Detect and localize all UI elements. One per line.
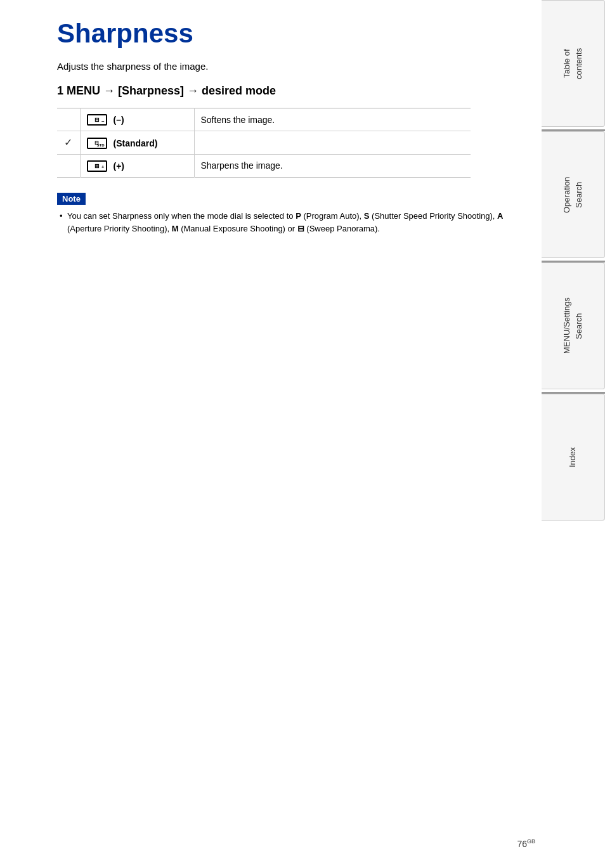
mode-m: M [172, 224, 179, 233]
table-row: ⊞ + (+) Sharpens the image. [57, 154, 471, 177]
desc-cell-plus: Sharpens the image. [194, 154, 471, 177]
table-row: ✓ ⊟ STD (Standard) [57, 131, 471, 155]
mode-p: P [296, 211, 301, 221]
table-row: ⊟ – (–) Softens the image. [57, 108, 471, 131]
page-suffix: GB [527, 838, 535, 845]
icon-cell-std: ⊟ STD (Standard) [80, 131, 194, 155]
subtitle: Adjusts the sharpness of the image. [57, 61, 516, 72]
page-title: Sharpness [57, 19, 516, 48]
desc-cell-minus: Softens the image. [194, 108, 471, 131]
sidebar-tab-index[interactable]: Index [542, 394, 605, 521]
desc-cell-std [194, 131, 471, 155]
sidebar: Table ofcontents OperationSearch MENU/Se… [542, 0, 605, 868]
sidebar-tab-table-of-contents[interactable]: Table ofcontents [542, 0, 605, 127]
icon-standard: ⊟ STD (Standard) [87, 138, 158, 149]
icon-cell: ⊟ – (–) [80, 108, 194, 131]
instruction-text: 1 MENU → [Sharpness] → desired mode [57, 84, 276, 97]
note-label: Note [57, 193, 86, 205]
note-section: Note You can set Sharpness only when the… [57, 193, 516, 236]
page-number: 76GB [517, 838, 535, 849]
check-cell [57, 108, 80, 131]
cam-icon-std: ⊟ STD [87, 138, 107, 149]
mode-a: A [497, 211, 503, 221]
cam-icon-plus: ⊞ + [87, 160, 107, 172]
mode-sweep: ⊟ [297, 224, 304, 233]
icon-cell-plus: ⊞ + (+) [80, 154, 194, 177]
page-num-value: 76 [517, 839, 527, 849]
checkmark-icon: ✓ [64, 137, 72, 148]
instruction: 1 MENU → [Sharpness] → desired mode [57, 84, 516, 98]
check-cell-selected: ✓ [57, 131, 80, 155]
cam-icon-minus: ⊟ – [87, 114, 107, 126]
sidebar-tab-menu-settings-search[interactable]: MENU/SettingsSearch [542, 262, 605, 389]
icon-plus: ⊞ + (+) [87, 160, 125, 172]
note-text: You can set Sharpness only when the mode… [57, 210, 516, 236]
settings-table: ⊟ – (–) Softens the image. ✓ ⊟ [57, 108, 471, 178]
check-cell-plus [57, 154, 80, 177]
mode-s: S [364, 211, 370, 221]
sidebar-tab-operation-search[interactable]: OperationSearch [542, 131, 605, 258]
icon-minus: ⊟ – (–) [87, 114, 124, 126]
